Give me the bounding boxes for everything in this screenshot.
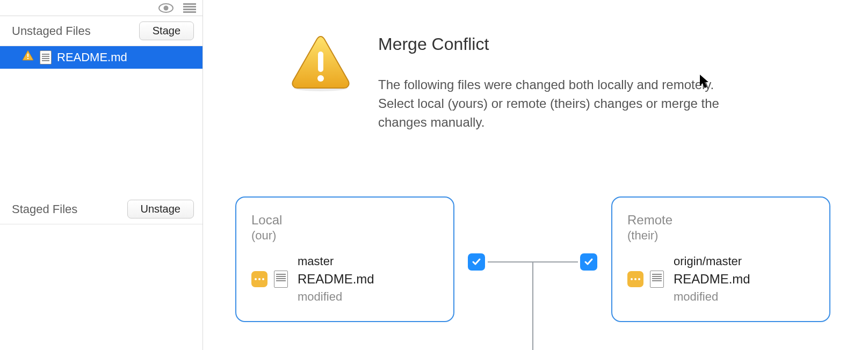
file-row[interactable]: README.md [0,46,202,69]
unstage-button[interactable]: Unstage [127,200,194,218]
warning-icon [21,49,34,65]
document-icon [274,271,288,288]
remote-branch: origin/master [674,254,750,268]
local-checkbox[interactable] [468,253,485,271]
svg-rect-5 [183,11,196,13]
local-file: README.md [298,272,374,287]
document-icon [40,50,52,64]
modified-badge-icon [627,271,643,287]
local-subheading: (our) [251,229,440,243]
conflict-description: The following files were changed both lo… [378,76,733,132]
unstaged-label: Unstaged Files [12,24,91,38]
remote-card[interactable]: Remote (their) origin/master README.md m… [611,196,830,322]
local-branch: master [298,254,374,268]
merge-diagram: Local (our) master README.md modified Re… [203,196,868,350]
modified-badge-icon [251,271,267,287]
eye-icon[interactable] [158,3,173,13]
local-heading: Local [251,213,440,228]
svg-point-10 [317,75,324,82]
document-icon [650,271,664,288]
conflict-title: Merge Conflict [378,34,847,54]
unstaged-header: Unstaged Files Stage [0,16,202,46]
sidebar: Unstaged Files Stage README.md Staged Fi… [0,0,203,350]
connector-vertical [532,261,533,350]
svg-rect-4 [183,9,196,10]
local-card[interactable]: Local (our) master README.md modified [235,196,454,322]
file-name: README.md [57,50,196,64]
list-icon[interactable] [183,3,196,13]
main-panel: Merge Conflict The following files were … [203,0,868,350]
svg-rect-6 [27,54,28,57]
svg-rect-7 [27,58,28,59]
stage-button[interactable]: Stage [139,21,194,40]
remote-checkbox[interactable] [580,253,597,271]
remote-status: modified [674,290,750,304]
svg-rect-3 [183,6,196,8]
svg-rect-2 [183,3,196,5]
local-status: modified [298,290,374,304]
svg-point-1 [164,5,169,10]
unstaged-file-list: README.md [0,46,202,69]
svg-rect-9 [318,52,323,72]
sidebar-toolbar [0,0,202,16]
staged-header: Staged Files Unstage [0,194,202,224]
staged-file-list [0,224,202,350]
warning-large-icon [289,34,352,94]
staged-label: Staged Files [12,202,77,216]
remote-heading: Remote [627,213,816,228]
conflict-header: Merge Conflict The following files were … [203,0,868,132]
remote-file: README.md [674,272,750,287]
remote-subheading: (their) [627,229,816,243]
